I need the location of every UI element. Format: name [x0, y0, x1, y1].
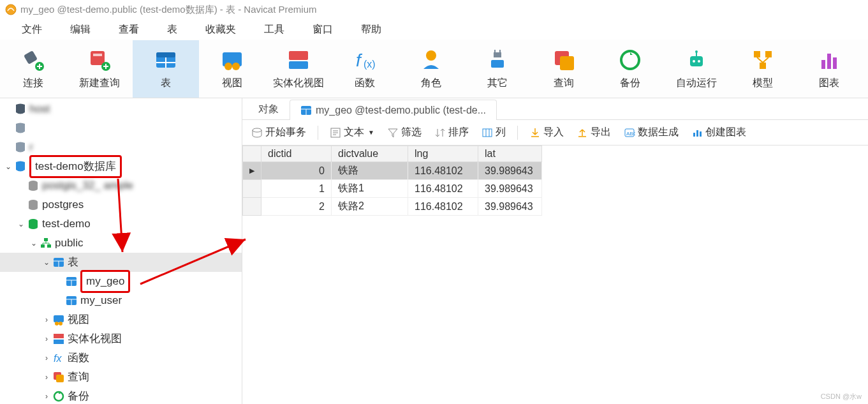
cell[interactable]: 2: [261, 198, 332, 216]
columns-button[interactable]: 列: [478, 124, 510, 140]
data-grid[interactable]: dictid dictvalue lng lat ▶0铁路116.4810239…: [242, 146, 868, 216]
menu-view[interactable]: 查看: [105, 20, 153, 39]
tree-item[interactable]: my_user: [0, 291, 242, 310]
table-row[interactable]: 2铁路2116.4810239.989643: [243, 198, 542, 216]
cell[interactable]: 铁路2: [332, 198, 408, 216]
chevron-right-icon[interactable]: ›: [41, 329, 52, 348]
tree-item[interactable]: my_geo: [0, 272, 242, 291]
chevron-down-icon[interactable]: ⌄: [3, 157, 14, 176]
column-header[interactable]: lng: [408, 146, 478, 162]
cell[interactable]: 1: [261, 180, 332, 198]
cell[interactable]: 116.48102: [408, 180, 478, 198]
toolbar-autorun[interactable]: 自动运行: [663, 40, 730, 98]
tree-item[interactable]: ⌄test-demo: [0, 214, 242, 234]
toolbar-matview[interactable]: 实体化视图: [265, 40, 332, 98]
column-header[interactable]: dictid: [261, 146, 332, 162]
matview-icon: [52, 333, 65, 345]
toolbar-model[interactable]: 模型: [730, 40, 796, 98]
chevron-right-icon[interactable]: ›: [41, 368, 52, 387]
menu-file[interactable]: 文件: [8, 20, 56, 39]
tree-item[interactable]: host: [0, 100, 242, 119]
toolbar-label: 实体化视图: [273, 77, 324, 90]
cell[interactable]: 铁路1: [332, 180, 408, 198]
chart-icon: [816, 47, 842, 73]
menu-tools[interactable]: 工具: [250, 20, 298, 39]
svg-point-16: [232, 63, 240, 70]
chevron-down-icon[interactable]: ⌄: [15, 214, 27, 234]
tree-item[interactable]: ›实体化视图: [0, 329, 242, 348]
toolbar-newquery[interactable]: 新建查询: [66, 40, 133, 98]
tree-item[interactable]: ⌄public: [0, 234, 242, 253]
toolbar-chart[interactable]: 图表: [796, 40, 862, 98]
tab-objects[interactable]: 对象: [247, 99, 290, 119]
toolbar-table[interactable]: 表: [133, 40, 199, 98]
filter-button[interactable]: 筛选: [383, 124, 425, 140]
cell[interactable]: 39.989643: [478, 198, 542, 216]
toolbar-function[interactable]: f(x) 函数: [332, 40, 398, 98]
toolbar-other[interactable]: 其它: [464, 40, 531, 98]
cell[interactable]: 铁路: [332, 162, 408, 180]
main-toolbar: 连接 新建查询 表 视图 实体化视图 f(x) 函数 角色 其它 查询 备份 自…: [0, 40, 868, 98]
begin-transaction-button[interactable]: 开始事务: [247, 124, 310, 140]
svg-rect-35: [760, 63, 766, 69]
svg-point-72: [253, 128, 261, 132]
sort-button[interactable]: 排序: [430, 124, 473, 140]
tree-item[interactable]: postgis_32_ ample: [0, 176, 242, 195]
cell[interactable]: 0: [261, 162, 332, 180]
table-gr-icon: [52, 256, 65, 269]
cell[interactable]: 116.48102: [408, 162, 478, 180]
db-gray-icon: [27, 179, 40, 192]
tree-item[interactable]: r: [0, 138, 242, 157]
chevron-right-icon[interactable]: ›: [41, 310, 52, 329]
toolbar-connect[interactable]: 连接: [0, 40, 66, 98]
tree-item[interactable]: [0, 119, 242, 138]
tree-label: my_geo: [86, 275, 124, 287]
tree-item[interactable]: postgres: [0, 195, 242, 214]
cell[interactable]: 39.989643: [478, 180, 542, 198]
column-header[interactable]: lat: [478, 146, 542, 162]
toolbar-query[interactable]: 查询: [531, 40, 597, 98]
createchart-button[interactable]: 创建图表: [688, 124, 750, 140]
datagen-button[interactable]: ABC数据生成: [620, 124, 682, 140]
table-icon: [300, 105, 312, 116]
svg-rect-18: [289, 61, 308, 69]
menu-edit[interactable]: 编辑: [56, 20, 105, 39]
chevron-down-icon[interactable]: ⌄: [41, 253, 52, 272]
tree-item[interactable]: ›备份: [0, 387, 242, 404]
svg-rect-6: [93, 54, 102, 56]
watermark: CSDN @水w: [821, 392, 862, 401]
tree-item[interactable]: ›视图: [0, 310, 242, 329]
column-header[interactable]: dictvalue: [332, 146, 408, 162]
cell[interactable]: 116.48102: [408, 198, 478, 216]
cell[interactable]: 39.989643: [478, 162, 542, 180]
tab-my-geo[interactable]: my_geo @test-demo.public (test-de...: [290, 100, 497, 120]
toolbar-label: 表: [161, 77, 171, 90]
table-row[interactable]: ▶0铁路116.4810239.989643: [243, 162, 542, 180]
menu-window[interactable]: 窗口: [298, 20, 347, 39]
func-icon: fx: [52, 352, 65, 364]
tree-item[interactable]: ⌄表: [0, 253, 242, 272]
chevron-down-icon[interactable]: ⌄: [28, 234, 40, 253]
svg-point-30: [698, 60, 700, 63]
columns-icon: [482, 127, 493, 138]
chevron-down-icon: ▼: [368, 129, 374, 136]
tree-item[interactable]: ›fx函数: [0, 348, 242, 368]
chevron-right-icon[interactable]: ›: [41, 348, 52, 368]
toolbar-backup[interactable]: 备份: [597, 40, 663, 98]
table-toolbar: 开始事务 文本▼ 筛选 排序 列 导入 导出 ABC数据生成 创建图表: [242, 120, 868, 146]
menu-favorites[interactable]: 收藏夹: [191, 20, 250, 39]
transaction-icon: [251, 127, 263, 138]
menu-table[interactable]: 表: [153, 20, 191, 39]
tree-item[interactable]: ›查询: [0, 368, 242, 387]
import-button[interactable]: 导入: [526, 124, 568, 140]
connection-tree[interactable]: hostr ⌄test-demo数据库postgis_32_ amplepost…: [0, 98, 242, 404]
chevron-right-icon[interactable]: ›: [41, 387, 52, 404]
view-icon: [52, 313, 65, 326]
menu-help[interactable]: 帮助: [347, 20, 395, 39]
tree-item[interactable]: ⌄test-demo数据库: [0, 157, 242, 176]
export-button[interactable]: 导出: [573, 124, 615, 140]
toolbar-view[interactable]: 视图: [199, 40, 265, 98]
table-row[interactable]: 1铁路1116.4810239.989643: [243, 180, 542, 198]
toolbar-role[interactable]: 角色: [398, 40, 464, 98]
text-button[interactable]: 文本▼: [326, 124, 378, 140]
